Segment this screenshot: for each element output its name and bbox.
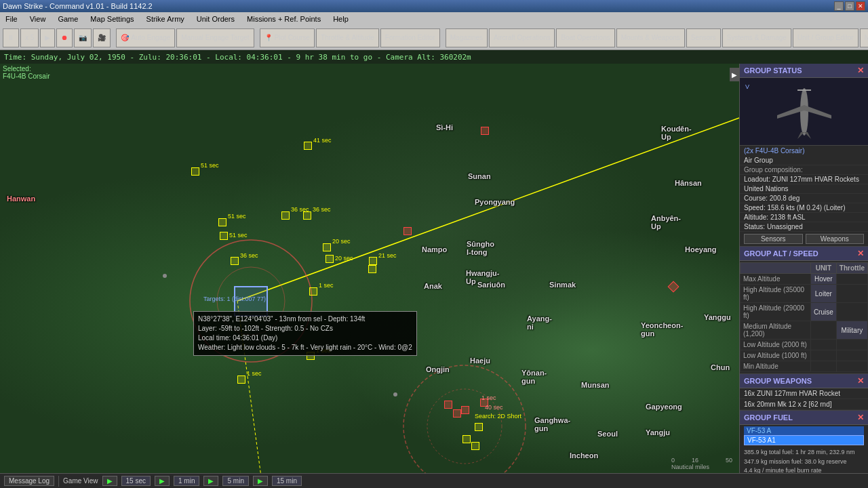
right-panel: GROUP STATUS ✕ V — [739, 64, 868, 473]
play-icon: ▶ — [45, 34, 50, 41]
manual-engage-button[interactable]: Manual Engage Target — [176, 28, 254, 47]
high-alt-2-unit[interactable]: Cruise — [810, 303, 836, 321]
enemy-unit-1[interactable] — [403, 227, 412, 235]
title-bar: Dawn Strike - Command v1.01 - Build 1142… — [0, 0, 868, 12]
weapons-btn[interactable]: Weapons — [806, 234, 865, 244]
maximize-button[interactable]: □ — [845, 1, 854, 11]
screenshot-button[interactable]: 📷 — [74, 28, 92, 47]
menu-map-settings[interactable]: Map Settings — [87, 14, 136, 24]
unit-6[interactable] — [220, 232, 228, 240]
close-button[interactable]: ✕ — [856, 1, 865, 11]
selected-group-box[interactable] — [234, 286, 268, 317]
systems-damage-button[interactable]: Systems & Damage — [722, 28, 791, 47]
plot-course-button[interactable]: 📍 Plot Course — [260, 28, 315, 47]
speed-row: Speed: 158.6 kts (M 0.24) (Loiter) — [740, 203, 868, 213]
group-alt-speed-header: GROUP ALT / SPEED ✕ — [740, 247, 868, 261]
group-status-section: GROUP STATUS ✕ V — [740, 64, 868, 247]
play-button[interactable]: ▶ — [40, 28, 55, 47]
fuel-entry-2[interactable]: VF-53 A1 — [744, 435, 864, 445]
boat-ops-button[interactable]: Boat Operations — [556, 28, 614, 47]
selected-unit-name: F4U-4B Corsair — [3, 73, 50, 80]
unit-2[interactable] — [281, 211, 290, 220]
mounts-weapons-button[interactable]: Mounts & Weapons — [616, 28, 685, 47]
play-5min[interactable]: ▶ — [253, 476, 268, 486]
message-log-btn[interactable]: Message Log — [4, 476, 54, 486]
combat-friendly-2[interactable] — [462, 435, 471, 443]
unit-14[interactable] — [307, 352, 315, 360]
speed-1min[interactable]: 1 min — [174, 476, 199, 486]
fuel-entry-1[interactable]: VF-53 A — [744, 426, 864, 435]
unit-3[interactable] — [303, 211, 311, 220]
fuel-list: VF-53 A VF-53 A1 — [740, 425, 868, 447]
menu-help[interactable]: Help — [330, 14, 351, 24]
combat-friendly-3[interactable] — [471, 442, 479, 450]
unit-11[interactable] — [304, 142, 312, 150]
aircraft-type-link[interactable]: (2x F4U-4B Corsair) — [740, 146, 868, 156]
unit-5[interactable] — [218, 218, 226, 226]
unit-8[interactable] — [326, 255, 334, 263]
menu-file[interactable]: File — [3, 14, 20, 24]
fuel-details: 385.9 kg total fuel: 1 hr 28 min, 232.9 … — [740, 447, 868, 473]
composition-row: Group composition: — [740, 165, 868, 175]
menu-view[interactable]: View — [27, 14, 49, 24]
sensors-button[interactable]: Sensors — [686, 28, 721, 47]
combat-enemy-2[interactable] — [453, 409, 461, 418]
speed-5min[interactable]: 5 min — [222, 476, 248, 486]
auto-engage-button[interactable]: 🎯 Auto Engage — [116, 28, 175, 47]
fuel-close[interactable]: ✕ — [857, 413, 864, 422]
combat-enemy-1[interactable] — [444, 401, 452, 409]
minimize-button[interactable]: _ — [834, 1, 844, 11]
unit-group-button[interactable]: Unit / Group Editor — [793, 28, 859, 47]
enemy-diamond[interactable] — [481, 127, 489, 135]
unit-4[interactable] — [191, 167, 199, 176]
speed-15sec[interactable]: 15 sec — [121, 476, 151, 486]
formation-button[interactable]: Formation Editor — [380, 28, 440, 47]
unit-7[interactable] — [323, 243, 331, 251]
weapons-close[interactable]: ✕ — [857, 376, 864, 386]
combat-enemy-3[interactable] — [461, 406, 469, 414]
dot-3 — [393, 392, 397, 396]
combat-friendly-1[interactable] — [475, 423, 483, 431]
magazines-button[interactable]: Magazines — [446, 28, 488, 47]
menu-unit-orders[interactable]: Unit Orders — [194, 14, 237, 24]
speed-15min[interactable]: 15 min — [272, 476, 302, 486]
max-alt-unit[interactable]: Hover — [810, 274, 836, 285]
menu-missions[interactable]: Missions + Ref. Points — [244, 14, 323, 24]
map-area[interactable]: Selected: F4U-4B Corsair Sì-Hi Koudên-Up… — [0, 64, 739, 473]
unit-1[interactable] — [231, 257, 239, 265]
sensor-weapons-buttons: Sensors Weapons — [740, 232, 868, 246]
time-display: Time: Sunday, July 02, 1950 - Zulu: 20:3… — [4, 53, 471, 62]
record-icon: ⏺ — [61, 34, 68, 41]
play-1min[interactable]: ▶ — [203, 476, 218, 486]
record-button[interactable]: ⏺ — [56, 28, 73, 47]
alt-speed-table: UNIT Throttle Max Altitude Hover High Al… — [740, 262, 868, 372]
mission-editor-button[interactable]: Mission Editor — [860, 28, 868, 47]
alt-speed-close[interactable]: ✕ — [857, 249, 864, 258]
pause-button[interactable]: ⏸ — [3, 28, 19, 47]
col-label — [741, 263, 811, 274]
pause-icon: ⏸ — [7, 34, 14, 41]
combat-enemy-4[interactable] — [480, 399, 488, 407]
menu-strike-army[interactable]: Strike Army — [144, 14, 187, 24]
play-15sec[interactable]: ▶ — [155, 476, 170, 486]
unit-12[interactable] — [309, 287, 317, 296]
aircraft-ops-button[interactable]: Aircraft Operations — [489, 28, 555, 47]
bottom-play-btn[interactable]: ▶ — [102, 476, 117, 486]
high-alt-1-unit[interactable]: Loiter — [810, 285, 836, 303]
med-alt-throttle[interactable]: Military — [836, 321, 867, 340]
unit-9[interactable] — [369, 257, 377, 265]
group-weapons-header: GROUP WEAPONS ✕ — [740, 374, 868, 388]
panel-toggle-button[interactable]: ▶ — [730, 68, 739, 81]
unit-10[interactable] — [368, 265, 376, 273]
row-low-alt-2: Low Altitude (1000 ft) — [741, 350, 868, 361]
throttle-button[interactable]: Throttle & Altitude — [316, 28, 379, 47]
altitude-row: Altitude: 2138 ft ASL — [740, 213, 868, 222]
speed-display[interactable]: x 5 — [20, 28, 39, 47]
bottom-bar: Message Log Game View ▶ 15 sec ▶ 1 min ▶… — [0, 473, 868, 488]
unit-13[interactable] — [237, 375, 245, 384]
loadout-row: Loadout: ZUNI 127mm HVAR Rockets — [740, 175, 868, 184]
sensors-btn[interactable]: Sensors — [744, 234, 803, 244]
group-status-close[interactable]: ✕ — [857, 66, 864, 75]
menu-game[interactable]: Game — [55, 14, 81, 24]
camera-button[interactable]: 🎥 — [93, 28, 111, 47]
